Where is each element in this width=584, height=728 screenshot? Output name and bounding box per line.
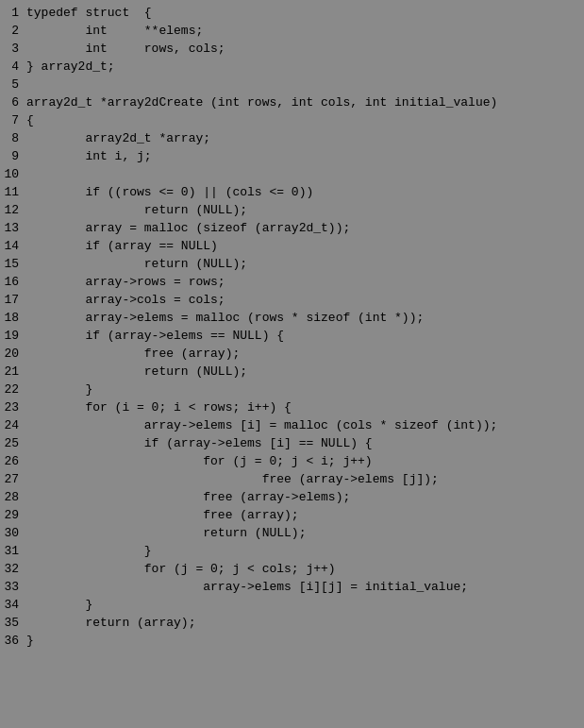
line-number: 31 [0, 542, 26, 560]
line-content: free (array); [26, 506, 584, 524]
line-content: } [26, 632, 584, 650]
line-number: 20 [0, 345, 26, 363]
line-content: free (array->elems [j]); [26, 470, 584, 488]
line-content: if (array->elems == NULL) { [26, 327, 584, 345]
line-content: return (NULL); [26, 524, 584, 542]
code-line: 34 } [0, 596, 584, 614]
code-line: 31 } [0, 542, 584, 560]
code-line: 5 [0, 76, 584, 93]
code-line: 7{ [0, 111, 584, 129]
line-content: return (array); [26, 614, 584, 632]
code-line: 35 return (array); [0, 614, 584, 632]
code-line: 24 array->elems [i] = malloc (cols * siz… [0, 416, 584, 434]
line-number: 21 [0, 363, 26, 381]
code-line: 28 free (array->elems); [0, 488, 584, 506]
line-content: array = malloc (sizeof (array2d_t)); [26, 219, 584, 237]
code-line: 15 return (NULL); [0, 255, 584, 273]
line-content: } array2d_t; [26, 58, 584, 76]
line-number: 15 [0, 255, 26, 273]
code-line: 33 array->elems [i][j] = initial_value; [0, 578, 584, 596]
line-content: array->cols = cols; [26, 291, 584, 309]
code-line: 1typedef struct { [0, 4, 584, 22]
line-content: free (array->elems); [26, 488, 584, 506]
line-content: } [26, 542, 584, 560]
line-number: 22 [0, 381, 26, 398]
line-number: 29 [0, 506, 26, 524]
code-line: 21 return (NULL); [0, 363, 584, 381]
line-number: 2 [0, 22, 26, 40]
line-number: 7 [0, 111, 26, 129]
code-line: 30 return (NULL); [0, 524, 584, 542]
line-content: array->elems = malloc (rows * sizeof (in… [26, 309, 584, 327]
line-number: 9 [0, 147, 26, 165]
line-content: free (array); [26, 345, 584, 363]
line-content: for (j = 0; j < cols; j++) [26, 560, 584, 578]
line-number: 32 [0, 560, 26, 578]
line-content: return (NULL); [26, 201, 584, 219]
code-line: 23 for (i = 0; i < rows; i++) { [0, 398, 584, 416]
line-content: array2d_t *array; [26, 129, 584, 147]
code-line: 29 free (array); [0, 506, 584, 524]
line-number: 18 [0, 309, 26, 327]
line-number: 30 [0, 524, 26, 542]
line-number: 13 [0, 219, 26, 237]
line-number: 16 [0, 273, 26, 291]
line-content: for (i = 0; i < rows; i++) { [26, 398, 584, 416]
code-line: 10 [0, 165, 584, 183]
line-content: int rows, cols; [26, 40, 584, 58]
line-number: 25 [0, 434, 26, 452]
line-number: 33 [0, 578, 26, 596]
line-number: 28 [0, 488, 26, 506]
line-content: return (NULL); [26, 363, 584, 381]
line-content: if (array == NULL) [26, 237, 584, 255]
line-content: array->elems [i] = malloc (cols * sizeof… [26, 416, 584, 434]
line-number: 12 [0, 201, 26, 219]
line-content: return (NULL); [26, 255, 584, 273]
line-content: typedef struct { [26, 4, 584, 22]
code-line: 25 if (array->elems [i] == NULL) { [0, 434, 584, 452]
code-line: 36} [0, 632, 584, 650]
code-line: 20 free (array); [0, 345, 584, 363]
line-number: 8 [0, 129, 26, 147]
line-content: } [26, 596, 584, 614]
code-container: 1typedef struct {2 int **elems;3 int row… [0, 0, 584, 728]
code-line: 12 return (NULL); [0, 201, 584, 219]
line-number: 6 [0, 93, 26, 111]
line-number: 17 [0, 291, 26, 309]
line-number: 4 [0, 58, 26, 76]
line-content: int i, j; [26, 147, 584, 165]
line-content: if ((rows <= 0) || (cols <= 0)) [26, 183, 584, 201]
code-line: 18 array->elems = malloc (rows * sizeof … [0, 309, 584, 327]
line-content: { [26, 111, 584, 129]
line-number: 14 [0, 237, 26, 255]
line-number: 19 [0, 327, 26, 345]
line-number: 34 [0, 596, 26, 614]
line-number: 11 [0, 183, 26, 201]
line-number: 10 [0, 165, 26, 183]
line-content: array->rows = rows; [26, 273, 584, 291]
code-line: 26 for (j = 0; j < i; j++) [0, 452, 584, 470]
code-line: 3 int rows, cols; [0, 40, 584, 58]
code-line: 11 if ((rows <= 0) || (cols <= 0)) [0, 183, 584, 201]
line-number: 35 [0, 614, 26, 632]
line-content: for (j = 0; j < i; j++) [26, 452, 584, 470]
code-line: 14 if (array == NULL) [0, 237, 584, 255]
code-line: 4} array2d_t; [0, 58, 584, 76]
code-line: 6array2d_t *array2dCreate (int rows, int… [0, 93, 584, 111]
line-number: 26 [0, 452, 26, 470]
line-content: } [26, 381, 584, 398]
code-line: 32 for (j = 0; j < cols; j++) [0, 560, 584, 578]
code-line: 9 int i, j; [0, 147, 584, 165]
line-number: 1 [0, 4, 26, 22]
line-number: 27 [0, 470, 26, 488]
code-line: 17 array->cols = cols; [0, 291, 584, 309]
line-content: array2d_t *array2dCreate (int rows, int … [26, 93, 584, 111]
code-line: 2 int **elems; [0, 22, 584, 40]
line-number: 3 [0, 40, 26, 58]
code-line: 13 array = malloc (sizeof (array2d_t)); [0, 219, 584, 237]
line-content: array->elems [i][j] = initial_value; [26, 578, 584, 596]
code-line: 27 free (array->elems [j]); [0, 470, 584, 488]
line-number: 24 [0, 416, 26, 434]
line-content: int **elems; [26, 22, 584, 40]
code-line: 19 if (array->elems == NULL) { [0, 327, 584, 345]
